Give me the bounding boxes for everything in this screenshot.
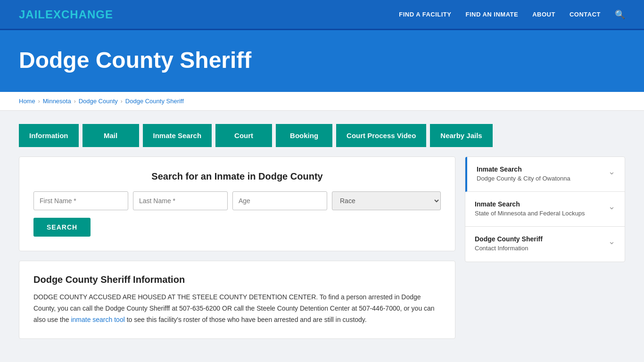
logo[interactable]: JAILEXCHANGE	[19, 8, 113, 21]
page-title: Dodge County Sheriff	[19, 47, 625, 73]
main-nav: FIND A FACILITY FIND AN INMATE ABOUT CON…	[399, 9, 625, 20]
sidebar-item-text-3: Dodge County Sheriff Contact Information	[475, 235, 543, 253]
breadcrumb-current: Dodge County Sheriff	[125, 98, 184, 105]
last-name-input[interactable]	[133, 191, 228, 210]
right-sidebar: Inmate Search Dodge County & City of Owa…	[465, 156, 625, 262]
tab-booking[interactable]: Booking	[276, 124, 332, 147]
breadcrumb-sep-2: ›	[74, 98, 76, 105]
breadcrumb: Home › Minnesota › Dodge County › Dodge …	[19, 98, 625, 105]
sidebar-item-subtitle-3: Contact Information	[475, 244, 543, 253]
search-fields: Race White Black Hispanic Asian Native A…	[33, 191, 441, 210]
info-body-text-2: to see this facility's roster of those w…	[125, 316, 367, 323]
tab-navigation: Information Mail Inmate Search Court Boo…	[0, 111, 644, 147]
sidebar-item-title-2: Inmate Search	[475, 200, 585, 208]
sidebar-item-contact-info[interactable]: Dodge County Sheriff Contact Information…	[465, 227, 625, 261]
search-button[interactable]: SEARCH	[33, 218, 91, 237]
breadcrumb-sep-3: ›	[121, 98, 123, 105]
left-panel: Search for an Inmate in Dodge County Rac…	[19, 156, 455, 339]
sidebar-item-inmate-search-local[interactable]: Inmate Search Dodge County & City of Owa…	[465, 157, 625, 192]
inmate-search-link[interactable]: inmate search tool	[71, 316, 124, 323]
breadcrumb-sep-1: ›	[38, 98, 40, 105]
info-body: DODGE COUNTY ACCUSED ARE HOUSED AT THE S…	[33, 292, 441, 325]
tab-court-process-video[interactable]: Court Process Video	[336, 124, 426, 147]
breadcrumb-home[interactable]: Home	[19, 98, 35, 105]
nav-find-facility[interactable]: FIND A FACILITY	[399, 11, 451, 18]
sidebar-item-subtitle-2: State of Minnesota and Federal Lockups	[475, 209, 585, 218]
search-title: Search for an Inmate in Dodge County	[33, 171, 441, 182]
race-select[interactable]: Race White Black Hispanic Asian Native A…	[332, 191, 441, 210]
tab-nearby-jails[interactable]: Nearby Jails	[430, 124, 492, 147]
info-section: Dodge County Sheriff Information DODGE C…	[19, 261, 455, 339]
breadcrumb-bar: Home › Minnesota › Dodge County › Dodge …	[0, 92, 644, 111]
age-input[interactable]	[232, 191, 327, 210]
chevron-down-icon-1: ⌄	[608, 166, 615, 177]
sidebar-item-title-3: Dodge County Sheriff	[475, 235, 543, 243]
sidebar-item-inmate-search-state[interactable]: Inmate Search State of Minnesota and Fed…	[465, 192, 625, 227]
hero-section: Dodge County Sheriff	[0, 30, 644, 92]
main-content: Search for an Inmate in Dodge County Rac…	[0, 147, 644, 358]
nav-find-inmate[interactable]: FIND AN INMATE	[465, 11, 518, 18]
logo-exchange: EXCHANGE	[45, 8, 113, 21]
header: JAILEXCHANGE FIND A FACILITY FIND AN INM…	[0, 0, 644, 30]
chevron-down-icon-2: ⌄	[608, 201, 615, 212]
logo-jail: JAIL	[19, 8, 45, 21]
tab-court[interactable]: Court	[215, 124, 272, 147]
first-name-input[interactable]	[33, 191, 128, 210]
breadcrumb-minnesota[interactable]: Minnesota	[43, 98, 71, 105]
breadcrumb-dodge-county[interactable]: Dodge County	[79, 98, 118, 105]
tab-information[interactable]: Information	[19, 124, 79, 147]
chevron-down-icon-3: ⌄	[608, 236, 615, 247]
sidebar-item-text-1: Inmate Search Dodge County & City of Owa…	[477, 165, 570, 183]
tab-inmate-search[interactable]: Inmate Search	[143, 124, 212, 147]
tab-mail[interactable]: Mail	[83, 124, 139, 147]
search-icon[interactable]: 🔍	[615, 9, 625, 20]
sidebar-item-title-1: Inmate Search	[477, 165, 570, 173]
info-title: Dodge County Sheriff Information	[33, 274, 441, 285]
sidebar-item-text-2: Inmate Search State of Minnesota and Fed…	[475, 200, 585, 218]
nav-contact[interactable]: CONTACT	[570, 11, 601, 18]
search-box: Search for an Inmate in Dodge County Rac…	[19, 156, 455, 251]
nav-about[interactable]: ABOUT	[532, 11, 555, 18]
sidebar-item-subtitle-1: Dodge County & City of Owatonna	[477, 174, 570, 183]
